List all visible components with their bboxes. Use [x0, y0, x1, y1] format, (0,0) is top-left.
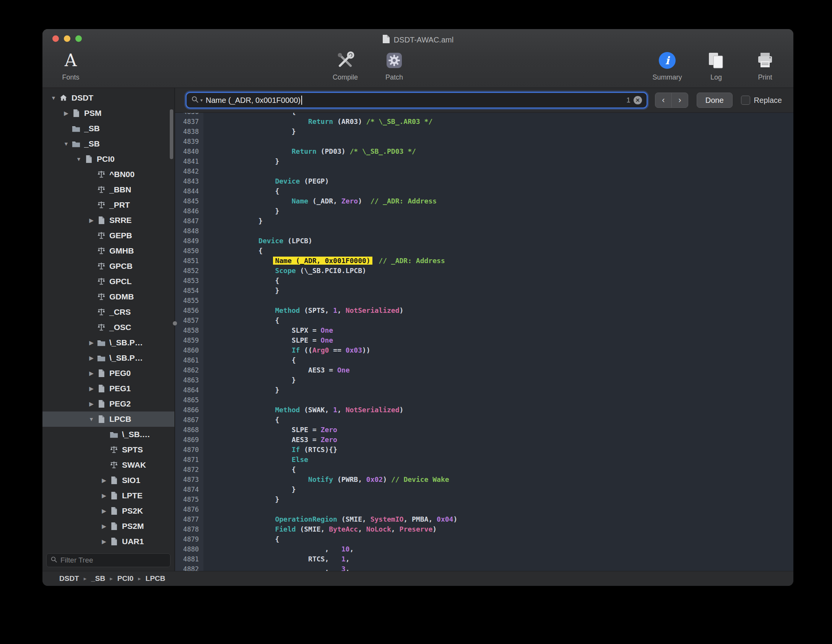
code-line[interactable]: 4840 Return (PD03) /* \_SB_.PD03 */	[175, 146, 793, 156]
code-line[interactable]: 4844 {	[175, 186, 793, 196]
code-line[interactable]: 4842	[175, 166, 793, 176]
code-line[interactable]: 4843 Device (PEGP)	[175, 176, 793, 186]
breadcrumb-item-_sb[interactable]: _SB	[91, 574, 105, 583]
code-line[interactable]: 4864 }	[175, 385, 793, 395]
code-line[interactable]: 4860 If ((Arg0 == 0x03))	[175, 345, 793, 355]
disclosure-closed-icon[interactable]: ▶	[86, 340, 96, 346]
compile-button[interactable]: Compile	[328, 49, 362, 81]
breadcrumb-item-lpcb[interactable]: LPCB	[146, 574, 166, 583]
code-line[interactable]: 4866 Method (SWAK, 1, NotSerialized)	[175, 405, 793, 415]
disclosure-closed-icon[interactable]: ▶	[61, 110, 71, 116]
tree-item-bn00[interactable]: ^BN00	[42, 167, 174, 182]
tree-item-gepb[interactable]: GEPB	[42, 228, 174, 243]
code-line[interactable]: 4861 {	[175, 355, 793, 365]
code-line[interactable]: 4880 , 10,	[175, 544, 793, 554]
tree-item-gdmb[interactable]: GDMB	[42, 289, 174, 304]
code-line[interactable]: 4863 }	[175, 375, 793, 385]
log-button[interactable]: Log	[699, 49, 733, 81]
tree-item-gmhb[interactable]: GMHB	[42, 243, 174, 259]
filter-tree-input[interactable]: Filter Tree	[46, 553, 171, 567]
search-icon[interactable]	[191, 96, 199, 105]
tree-item-lpte[interactable]: ▶LPTE	[42, 488, 174, 503]
disclosure-closed-icon[interactable]: ▶	[86, 385, 96, 392]
code-line[interactable]: 4851 Name (_ADR, 0x001F0000) // _ADR: Ad…	[175, 256, 793, 266]
code-line[interactable]: 4848	[175, 226, 793, 236]
code-line[interactable]: 4882 , 3,	[175, 564, 793, 571]
tree-item-psm[interactable]: ▶PSM	[42, 106, 174, 121]
code-line[interactable]: 4837 Return (AR03) /* \_SB_.AR03 */	[175, 117, 793, 127]
tree-item-srre[interactable]: ▶SRRE	[42, 213, 174, 228]
patch-button[interactable]: Patch	[377, 49, 411, 81]
code-line[interactable]: 4875 }	[175, 494, 793, 504]
close-button[interactable]	[52, 36, 59, 42]
tree-item-humd[interactable]: ▶HUMD	[42, 549, 174, 551]
tree-item-_bbn[interactable]: _BBN	[42, 182, 174, 197]
disclosure-closed-icon[interactable]: ▶	[99, 508, 109, 514]
tree-item-gpcb[interactable]: GPCB	[42, 259, 174, 274]
disclosure-open-icon[interactable]: ▼	[86, 416, 96, 422]
code-line[interactable]: 4858 SLPX = One	[175, 325, 793, 335]
disclosure-open-icon[interactable]: ▼	[49, 95, 58, 101]
code-line[interactable]: 4881 RTCS, 1,	[175, 554, 793, 564]
disclosure-closed-icon[interactable]: ▶	[86, 217, 96, 223]
disclosure-closed-icon[interactable]: ▶	[86, 370, 96, 376]
tree-item-swak[interactable]: SWAK	[42, 457, 174, 473]
tree-item-spts[interactable]: SPTS	[42, 442, 174, 457]
tree-item-ps2k[interactable]: ▶PS2K	[42, 503, 174, 519]
tree-item-_sbp[interactable]: ▶\_SB.P…	[42, 350, 174, 366]
tree-item-_osc[interactable]: _OSC	[42, 320, 174, 335]
code-line[interactable]: 4853 {	[175, 276, 793, 286]
code-line[interactable]: 4857 {	[175, 315, 793, 325]
tree-item-peg2[interactable]: ▶PEG2	[42, 396, 174, 411]
disclosure-closed-icon[interactable]: ▶	[86, 355, 96, 361]
find-previous-button[interactable]: ‹	[655, 93, 672, 108]
replace-checkbox[interactable]	[741, 96, 750, 105]
find-input[interactable]: ▾ Name (_ADR, 0x001F0000) 1 ✕	[187, 93, 647, 107]
print-button[interactable]: Print	[748, 49, 782, 81]
chevron-down-icon[interactable]: ▾	[200, 98, 203, 103]
code-line[interactable]: 4846 }	[175, 206, 793, 216]
done-button[interactable]: Done	[697, 93, 733, 108]
disclosure-closed-icon[interactable]: ▶	[99, 523, 109, 529]
disclosure-closed-icon[interactable]: ▶	[86, 401, 96, 407]
tree-item-_sbp[interactable]: ▶\_SB.P…	[42, 335, 174, 350]
disclosure-open-icon[interactable]: ▼	[61, 141, 71, 147]
tree-item-peg0[interactable]: ▶PEG0	[42, 366, 174, 381]
code-editor[interactable]: 4836 {4837 Return (AR03) /* \_SB_.AR03 *…	[175, 113, 793, 571]
code-line[interactable]: 4867 {	[175, 415, 793, 425]
breadcrumb-item-pci0[interactable]: PCI0	[117, 574, 133, 583]
code-line[interactable]: 4855	[175, 296, 793, 306]
find-next-button[interactable]: ›	[671, 93, 688, 108]
tree-item-sio1[interactable]: ▶SIO1	[42, 473, 174, 488]
code-line[interactable]: 4845 Name (_ADR, Zero) // _ADR: Address	[175, 196, 793, 206]
code-line[interactable]: 4879 {	[175, 534, 793, 544]
tree-item-pci0[interactable]: ▼PCI0	[42, 151, 174, 167]
code-line[interactable]: 4847 }	[175, 216, 793, 226]
tree-item-_sb[interactable]: ▼_SB	[42, 136, 174, 151]
tree-item-lpcb[interactable]: ▼LPCB	[42, 411, 174, 427]
document-proxy-icon[interactable]	[382, 34, 390, 46]
code-line[interactable]: 4871 Else	[175, 455, 793, 465]
code-line[interactable]: 4876	[175, 504, 793, 514]
code-line[interactable]: 4874 }	[175, 485, 793, 494]
fonts-button[interactable]: AFonts	[54, 49, 88, 81]
tree-item-_sb[interactable]: \_SB.…	[42, 427, 174, 442]
code-line[interactable]: 4872 {	[175, 465, 793, 475]
tree-item-dsdt[interactable]: ▼DSDT	[42, 90, 174, 106]
breadcrumb-item-dsdt[interactable]: DSDT	[59, 574, 79, 583]
tree-item-_prt[interactable]: _PRT	[42, 197, 174, 213]
code-line[interactable]: 4836 {	[175, 113, 793, 117]
zoom-button[interactable]	[75, 36, 82, 42]
splitter-handle[interactable]	[173, 321, 177, 325]
code-line[interactable]: 4877 OperationRegion (SMIE, SystemIO, PM…	[175, 514, 793, 524]
tree-item-_crs[interactable]: _CRS	[42, 304, 174, 320]
code-line[interactable]: 4850 {	[175, 246, 793, 256]
code-line[interactable]: 4868 SLPE = Zero	[175, 425, 793, 435]
code-line[interactable]: 4841 }	[175, 156, 793, 166]
code-line[interactable]: 4839	[175, 137, 793, 146]
code-line[interactable]: 4869 AES3 = Zero	[175, 435, 793, 445]
code-line[interactable]: 4859 SLPE = One	[175, 335, 793, 345]
tree-item-_sb[interactable]: _SB	[42, 121, 174, 136]
sidebar-scrollbar[interactable]	[170, 109, 173, 159]
minimize-button[interactable]	[64, 36, 70, 42]
